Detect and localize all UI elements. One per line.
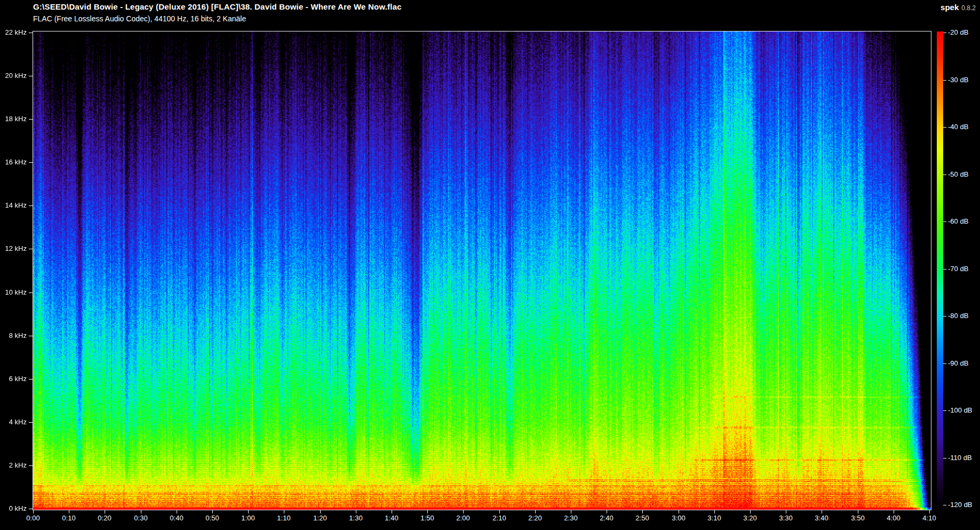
db-tick-mark bbox=[943, 127, 946, 128]
time-tick-label: 0:20 bbox=[93, 514, 116, 523]
app-name-label: spek bbox=[941, 3, 959, 12]
time-tick-mark bbox=[33, 510, 34, 513]
time-tick-mark bbox=[571, 510, 571, 513]
freq-tick-label: 10 kHz bbox=[0, 288, 27, 297]
freq-tick-mark bbox=[29, 162, 33, 163]
colorbar-canvas bbox=[937, 31, 943, 510]
freq-tick-label: 16 kHz bbox=[0, 158, 27, 167]
time-tick-mark bbox=[750, 510, 751, 513]
time-tick-mark bbox=[320, 510, 321, 513]
time-tick-label: 1:50 bbox=[416, 514, 439, 523]
freq-tick-mark bbox=[29, 33, 33, 33]
time-tick-mark bbox=[822, 510, 822, 513]
freq-tick-label: 18 kHz bbox=[0, 115, 27, 123]
format-info: FLAC (Free Lossless Audio Codec), 44100 … bbox=[33, 14, 246, 23]
spek-window: G:\SEED\David Bowie - Legacy (Deluxe 201… bbox=[0, 0, 980, 530]
db-tick-label: -20 dB bbox=[948, 28, 968, 37]
db-tick-mark bbox=[943, 458, 946, 458]
db-tick-mark bbox=[943, 269, 946, 270]
freq-tick-mark bbox=[29, 249, 33, 249]
freq-tick-mark bbox=[29, 336, 33, 336]
time-tick-label: 2:10 bbox=[488, 514, 511, 523]
time-tick-label: 2:50 bbox=[631, 514, 654, 523]
time-tick-mark bbox=[427, 510, 428, 513]
freq-tick-mark bbox=[29, 292, 33, 293]
file-path-title: G:\SEED\David Bowie - Legacy (Deluxe 201… bbox=[33, 2, 402, 11]
time-tick-label: 2:40 bbox=[595, 514, 618, 523]
time-tick-mark bbox=[499, 510, 500, 513]
time-tick-label: 3:30 bbox=[774, 514, 798, 523]
time-tick-mark bbox=[69, 510, 69, 513]
time-tick-label: 3:10 bbox=[703, 514, 726, 523]
db-tick-label: -90 dB bbox=[948, 359, 968, 368]
freq-tick-label: 4 kHz bbox=[0, 418, 27, 426]
time-tick-label: 1:10 bbox=[272, 514, 296, 523]
db-tick-label: -100 dB bbox=[948, 406, 973, 415]
time-tick-label: 0:00 bbox=[21, 514, 45, 523]
time-tick-mark bbox=[714, 510, 715, 513]
time-tick-label: 0:50 bbox=[201, 514, 224, 523]
db-tick-label: -30 dB bbox=[948, 76, 968, 84]
freq-tick-label: 22 kHz bbox=[0, 28, 27, 37]
time-tick-label: 3:20 bbox=[738, 514, 762, 523]
db-tick-mark bbox=[943, 80, 946, 81]
time-tick-label: 4:10 bbox=[918, 514, 941, 523]
time-tick-label: 1:30 bbox=[344, 514, 368, 523]
freq-tick-label: 0 kHz bbox=[0, 504, 27, 513]
time-tick-mark bbox=[607, 510, 607, 513]
time-tick-label: 2:30 bbox=[559, 514, 583, 523]
freq-tick-mark bbox=[29, 119, 33, 120]
db-tick-mark bbox=[943, 363, 946, 364]
time-tick-mark bbox=[356, 510, 356, 513]
time-tick-label: 0:30 bbox=[129, 514, 153, 523]
time-tick-mark bbox=[894, 510, 894, 513]
time-tick-label: 0:40 bbox=[165, 514, 188, 523]
time-tick-mark bbox=[392, 510, 392, 513]
db-tick-mark bbox=[943, 175, 946, 175]
time-tick-label: 4:00 bbox=[882, 514, 905, 523]
time-tick-mark bbox=[463, 510, 464, 513]
db-tick-mark bbox=[943, 410, 946, 411]
db-tick-mark bbox=[943, 222, 946, 222]
time-tick-mark bbox=[929, 510, 930, 513]
freq-tick-label: 2 kHz bbox=[0, 461, 27, 470]
time-tick-label: 3:00 bbox=[667, 514, 690, 523]
time-tick-mark bbox=[212, 510, 213, 513]
freq-tick-label: 12 kHz bbox=[0, 244, 27, 253]
db-tick-label: -70 dB bbox=[948, 265, 968, 273]
freq-tick-label: 14 kHz bbox=[0, 201, 27, 210]
db-tick-mark bbox=[943, 505, 946, 505]
time-tick-mark bbox=[105, 510, 105, 513]
freq-tick-label: 6 kHz bbox=[0, 375, 27, 383]
time-tick-mark bbox=[858, 510, 858, 513]
db-tick-mark bbox=[943, 33, 946, 33]
app-brand: spek0.8.2 bbox=[941, 3, 976, 12]
app-version-label: 0.8.2 bbox=[961, 4, 976, 12]
db-tick-label: -60 dB bbox=[948, 217, 968, 226]
time-tick-label: 1:40 bbox=[380, 514, 403, 523]
db-tick-mark bbox=[943, 316, 946, 317]
db-tick-label: -120 dB bbox=[948, 501, 973, 509]
time-tick-label: 0:10 bbox=[57, 514, 81, 523]
freq-tick-mark bbox=[29, 509, 33, 509]
freq-tick-mark bbox=[29, 422, 33, 423]
spectrogram-canvas bbox=[33, 31, 931, 510]
time-tick-label: 1:20 bbox=[308, 514, 332, 523]
time-tick-mark bbox=[679, 510, 679, 513]
db-tick-label: -50 dB bbox=[948, 170, 968, 179]
db-tick-label: -80 dB bbox=[948, 312, 968, 320]
time-tick-label: 2:20 bbox=[523, 514, 547, 523]
time-tick-mark bbox=[284, 510, 284, 513]
freq-tick-label: 20 kHz bbox=[0, 72, 27, 80]
freq-tick-mark bbox=[29, 465, 33, 466]
time-tick-label: 3:50 bbox=[846, 514, 870, 523]
time-tick-mark bbox=[535, 510, 536, 513]
freq-tick-label: 8 kHz bbox=[0, 331, 27, 340]
time-tick-label: 3:40 bbox=[810, 514, 833, 523]
time-tick-mark bbox=[177, 510, 177, 513]
db-tick-label: -110 dB bbox=[948, 454, 972, 462]
time-tick-label: 2:00 bbox=[451, 514, 475, 523]
db-tick-label: -40 dB bbox=[948, 123, 968, 131]
time-tick-mark bbox=[786, 510, 786, 513]
time-tick-mark bbox=[141, 510, 141, 513]
